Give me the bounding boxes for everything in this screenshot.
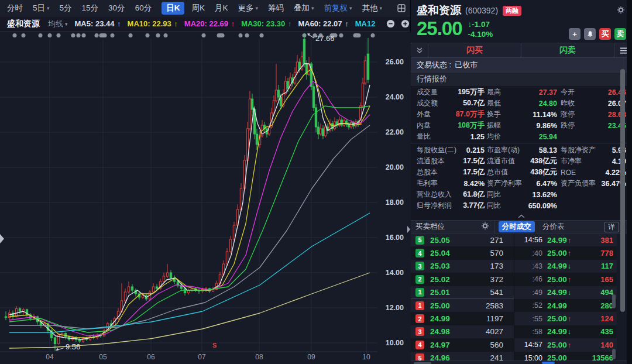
event-dot[interactable] xyxy=(129,33,133,37)
expand-down-icon[interactable] xyxy=(411,43,428,57)
chevron-down-icon: ▾ xyxy=(65,21,68,27)
tick-time: :58 xyxy=(514,328,542,336)
event-dot[interactable] xyxy=(353,33,361,37)
bid-level-badge: 3 xyxy=(415,327,424,336)
tick-volume: 117 xyxy=(601,262,613,270)
tick-row[interactable]: :5224.99280 xyxy=(514,299,617,312)
fin-cell: 总市值438亿元 xyxy=(487,167,557,177)
ma-selector[interactable]: 均线▾ xyxy=(48,19,68,29)
event-dot[interactable] xyxy=(57,33,61,37)
quote-cell: 昨收26.07 xyxy=(561,98,626,108)
event-dot[interactable] xyxy=(22,33,26,37)
tick-row[interactable]: :4924.99↓494 xyxy=(514,286,617,299)
panel-right-edge xyxy=(627,0,632,364)
ask-volume: 271 xyxy=(490,236,503,245)
tab-分时成交[interactable]: 分时成交 xyxy=(499,221,535,232)
ask-row[interactable]: 325.03173 xyxy=(411,260,514,273)
event-dot[interactable] xyxy=(371,33,375,37)
ask-level-badge: 4 xyxy=(415,249,424,257)
fin-cell: 每股净资产5.96 xyxy=(561,145,626,155)
add-watchlist-button[interactable]: + xyxy=(569,28,581,40)
tick-row[interactable]: :4025.00↑778 xyxy=(514,246,617,259)
event-dot[interactable] xyxy=(239,33,243,37)
quote-panel: 盛和资源 (600392) 两融 25.00 ↓-1.07 -4.10% + 买… xyxy=(411,0,632,364)
gear-icon[interactable] xyxy=(481,222,489,232)
tool-叠加[interactable]: 叠加▾ xyxy=(294,3,314,13)
fin-cell: 市净率4.19 xyxy=(561,156,626,166)
event-dot[interactable] xyxy=(156,33,160,37)
event-dot[interactable] xyxy=(39,33,43,37)
event-dot[interactable] xyxy=(71,33,75,37)
event-dot[interactable] xyxy=(77,33,81,37)
quote-label: 最高 xyxy=(487,87,501,97)
period-tab-30分[interactable]: 30分 xyxy=(108,3,125,13)
ask-row[interactable]: 125.01541 xyxy=(411,286,514,299)
tick-volume: 435 xyxy=(600,327,613,336)
tick-row[interactable]: 14:5624.99↑381 xyxy=(514,233,617,246)
event-dot[interactable] xyxy=(99,33,107,37)
event-dot[interactable] xyxy=(95,33,99,37)
collapse-chevron-up-icon[interactable] xyxy=(411,212,632,221)
event-dot[interactable] xyxy=(82,33,86,37)
event-dot[interactable] xyxy=(164,33,168,37)
flash-sell-button[interactable]: 闪卖 xyxy=(521,43,614,57)
period-tab-周K[interactable]: 周K xyxy=(191,3,205,13)
event-dot[interactable] xyxy=(146,33,150,37)
event-dot[interactable] xyxy=(202,33,206,37)
period-tab-5日[interactable]: 5日▾ xyxy=(33,3,50,13)
ticks-scrollbar-bottom[interactable] xyxy=(612,349,616,359)
up-arrow-icon: ↑ xyxy=(115,19,121,28)
tick-row[interactable]: :5525.00↑124 xyxy=(514,312,617,325)
minus-circle-icon[interactable] xyxy=(384,18,396,30)
period-tab-分时[interactable]: 分时 xyxy=(7,3,23,13)
bid-row[interactable]: 125.002583 xyxy=(411,299,514,312)
tool-其他[interactable]: 其他▾ xyxy=(362,3,383,13)
panel-scrollbar[interactable] xyxy=(620,69,625,312)
bid-price: 24.99 xyxy=(430,314,450,323)
period-tab-月K[interactable]: 月K xyxy=(215,3,228,13)
sell-button[interactable]: 卖 xyxy=(614,28,626,40)
bid-price: 24.97 xyxy=(430,341,450,349)
fin-cell: 同比13.62% xyxy=(487,190,557,200)
period-tab-60分[interactable]: 60分 xyxy=(135,3,152,13)
period-tab-更多[interactable]: 更多▾ xyxy=(238,3,258,13)
gear-icon[interactable] xyxy=(617,6,625,16)
ticks-scrollbar[interactable] xyxy=(612,294,616,308)
detail-button[interactable]: 详 xyxy=(604,222,619,232)
tool-前复权[interactable]: 前复权▾ xyxy=(324,3,352,13)
flash-buy-button[interactable]: 闪买 xyxy=(428,43,521,57)
fin-cell: ROE4.22% xyxy=(561,169,626,177)
event-dot[interactable] xyxy=(48,33,52,37)
bid-row[interactable]: 424.97560 xyxy=(411,338,514,351)
event-dot[interactable] xyxy=(339,33,344,37)
ask-level-badge: 5 xyxy=(415,236,424,245)
bid-row[interactable]: 224.991197 xyxy=(411,312,514,325)
ask-row[interactable]: 225.02372 xyxy=(411,273,514,286)
event-dot[interactable] xyxy=(245,33,249,37)
quote-row: 量比1.25均价25.94 xyxy=(411,131,632,142)
candlestick-chart[interactable]: 26.0024.0022.0020.0018.0016.0014.0012.00… xyxy=(0,32,411,364)
y-axis-label: 14.00 xyxy=(386,269,404,277)
tick-row[interactable]: :5824.99↓435 xyxy=(514,325,617,338)
tick-row[interactable]: :4324.99↓117 xyxy=(514,260,617,273)
period-tab-5分[interactable]: 5分 xyxy=(60,3,72,13)
event-dot[interactable] xyxy=(13,33,17,37)
ask-row[interactable]: 525.05271 xyxy=(411,233,514,246)
quote-label: 均价 xyxy=(487,132,501,142)
plus-circle-icon[interactable] xyxy=(399,18,410,30)
event-dot[interactable] xyxy=(111,33,115,37)
event-dot[interactable] xyxy=(260,33,264,37)
tool-筹码[interactable]: 筹码 xyxy=(268,3,284,13)
period-tab-日K[interactable]: 日K xyxy=(162,2,184,15)
event-dot[interactable] xyxy=(217,33,225,37)
tick-row[interactable]: :4625.00↑165 xyxy=(514,273,617,286)
tab-分价表[interactable]: 分价表 xyxy=(539,221,568,232)
period-tab-15分[interactable]: 15分 xyxy=(82,3,99,13)
alert-bell-button[interactable] xyxy=(584,28,596,40)
grid-icon[interactable] xyxy=(397,2,406,14)
ask-row[interactable]: 425.04570 xyxy=(411,246,514,259)
bid-row[interactable]: 324.984027 xyxy=(411,325,514,338)
orderbook-header: 买卖档位 分时成交分价表 详 xyxy=(411,221,632,233)
buy-button[interactable]: 买 xyxy=(599,28,611,40)
tick-row[interactable]: 14:5725.00↑140 xyxy=(514,338,617,351)
